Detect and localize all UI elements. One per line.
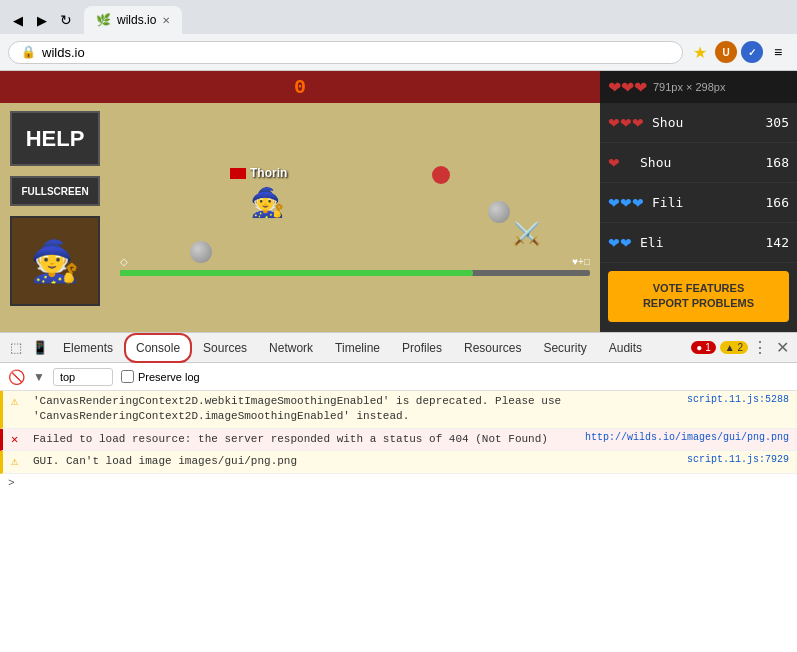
filter-input[interactable] [53, 368, 113, 386]
filter-icon[interactable]: ▼ [33, 370, 45, 384]
player-sprite: 🧙 [250, 186, 285, 219]
lock-icon: 🔒 [21, 45, 36, 59]
player-group: Thorin 🧙 [250, 186, 285, 219]
address-bar-row: 🔒 wilds.io ★ U ✓ ≡ [0, 34, 797, 70]
help-button[interactable]: HELP [10, 111, 100, 166]
console-link-2[interactable]: http://wilds.io/images/gui/png.png [585, 432, 789, 443]
devtools-right-buttons: ● 1 ▲ 2 ⋮ ✕ [691, 338, 793, 357]
vote-line1: VOTE FEATURES [614, 281, 783, 296]
lb-name-2: Shou [640, 155, 766, 170]
lb-score-1: 305 [766, 115, 789, 130]
extension-icon[interactable]: ✓ [741, 41, 763, 63]
score-display: 0 [294, 76, 306, 99]
console-text-3: GUI. Can't load image images/gui/png.png [33, 454, 679, 469]
tab-elements-label: Elements [63, 341, 113, 355]
lb-row-1: ❤❤❤ Shou 305 [600, 103, 797, 143]
lb-icon-2: ❤ [608, 155, 632, 171]
lb-name-3: Fili [652, 195, 766, 210]
lb-icon-1: ❤❤❤ [608, 115, 644, 131]
tab-sources[interactable]: Sources [192, 333, 258, 363]
health-bar-area: ◇ ♥+□ [120, 256, 590, 276]
hp-icon: ♥+□ [572, 256, 590, 267]
sidebar-header: ❤❤❤ 791px × 298px [600, 71, 797, 103]
console-link-1[interactable]: script.11.js:5288 [687, 394, 789, 405]
lb-row-4: ❤❤ Eli 142 [600, 223, 797, 263]
devtools-more-icon[interactable]: ⋮ [752, 338, 768, 357]
enemy-sprite-1: ⚔️ [513, 221, 540, 247]
tab-sources-label: Sources [203, 341, 247, 355]
console-link-3[interactable]: script.11.js:7929 [687, 454, 789, 465]
hp-bar-icon: ❤❤❤ [608, 78, 647, 97]
tab-close-icon[interactable]: ✕ [162, 15, 170, 26]
lb-score-2: 168 [766, 155, 789, 170]
reload-button[interactable]: ↻ [56, 10, 76, 30]
prompt-symbol: > [8, 477, 15, 489]
devtools-device-icon[interactable]: 📱 [28, 337, 52, 359]
toolbar-icons: ★ U ✓ ≡ [689, 41, 789, 63]
console-row-1: ⚠ 'CanvasRenderingContext2D.webkitImageS… [0, 391, 797, 429]
lb-score-4: 142 [766, 235, 789, 250]
console-row-2: ✕ Failed to load resource: the server re… [0, 429, 797, 451]
preserve-log-label: Preserve log [121, 370, 200, 383]
clear-console-icon[interactable]: 🚫 [8, 369, 25, 385]
lb-name-4: Eli [640, 235, 766, 250]
tab-title: wilds.io [117, 13, 156, 27]
tab-resources-label: Resources [464, 341, 521, 355]
error-icon-1: ✕ [11, 432, 25, 447]
tab-elements[interactable]: Elements [52, 333, 124, 363]
player-flag [230, 168, 246, 179]
enemy-dot-1 [432, 166, 450, 184]
vote-line2: REPORT PROBLEMS [614, 296, 783, 311]
url-text: wilds.io [42, 45, 85, 60]
browser-chrome: ◀ ▶ ↻ 🌿 wilds.io ✕ 🔒 wilds.io ★ U ✓ ≡ [0, 0, 797, 71]
tab-security-label: Security [543, 341, 586, 355]
lb-row-2: ❤ Shou 168 [600, 143, 797, 183]
lb-name-1: Shou [652, 115, 766, 130]
devtools-panel: ⬚ 📱 Elements Console Sources Network Tim… [0, 332, 797, 652]
active-tab[interactable]: 🌿 wilds.io ✕ [84, 6, 182, 34]
tab-timeline-label: Timeline [335, 341, 380, 355]
avatar-sprite: 🧙 [30, 238, 80, 285]
devtools-inspect-icon[interactable]: ⬚ [4, 337, 28, 359]
devtools-tabs: ⬚ 📱 Elements Console Sources Network Tim… [0, 333, 797, 363]
warn-icon-2: ⚠ [11, 454, 25, 469]
warn-badge: ▲ 2 [720, 341, 748, 354]
health-bar-bg [120, 270, 590, 276]
tab-resources[interactable]: Resources [453, 333, 532, 363]
profile-icon[interactable]: U [715, 41, 737, 63]
lb-icon-3: ❤❤❤ [608, 195, 644, 211]
tab-profiles[interactable]: Profiles [391, 333, 453, 363]
tab-security[interactable]: Security [532, 333, 597, 363]
console-content: ⚠ 'CanvasRenderingContext2D.webkitImageS… [0, 391, 797, 652]
devtools-toolbar: 🚫 ▼ Preserve log [0, 363, 797, 391]
preserve-log-text: Preserve log [138, 371, 200, 383]
tab-network[interactable]: Network [258, 333, 324, 363]
tab-audits[interactable]: Audits [598, 333, 653, 363]
tab-favicon: 🌿 [96, 13, 111, 27]
lb-row-3: ❤❤❤ Fili 166 [600, 183, 797, 223]
address-bar[interactable]: 🔒 wilds.io [8, 41, 683, 64]
tab-timeline[interactable]: Timeline [324, 333, 391, 363]
vote-button[interactable]: VOTE FEATURES REPORT PROBLEMS [608, 271, 789, 322]
devtools-close-button[interactable]: ✕ [772, 338, 793, 357]
bookmark-icon[interactable]: ★ [689, 41, 711, 63]
tab-network-label: Network [269, 341, 313, 355]
lb-score-3: 166 [766, 195, 789, 210]
console-prompt[interactable]: > [0, 474, 797, 492]
fullscreen-button[interactable]: FULLSCREEN [10, 176, 100, 206]
tab-console[interactable]: Console [124, 333, 192, 363]
back-button[interactable]: ◀ [8, 10, 28, 30]
health-bar-fill [120, 270, 473, 276]
orb-gray-2 [488, 201, 510, 223]
player-pos-indicator: ◇ [120, 256, 128, 267]
menu-icon[interactable]: ≡ [767, 41, 789, 63]
console-row-3: ⚠ GUI. Can't load image images/gui/png.p… [0, 451, 797, 473]
tab-console-label: Console [136, 341, 180, 355]
warn-icon-1: ⚠ [11, 394, 25, 409]
error-badge: ● 1 [691, 341, 715, 354]
preserve-log-checkbox[interactable] [121, 370, 134, 383]
dimensions-label: 791px × 298px [653, 81, 725, 93]
forward-button[interactable]: ▶ [32, 10, 52, 30]
lb-icon-4: ❤❤ [608, 235, 632, 251]
console-text-1: 'CanvasRenderingContext2D.webkitImageSmo… [33, 394, 679, 425]
